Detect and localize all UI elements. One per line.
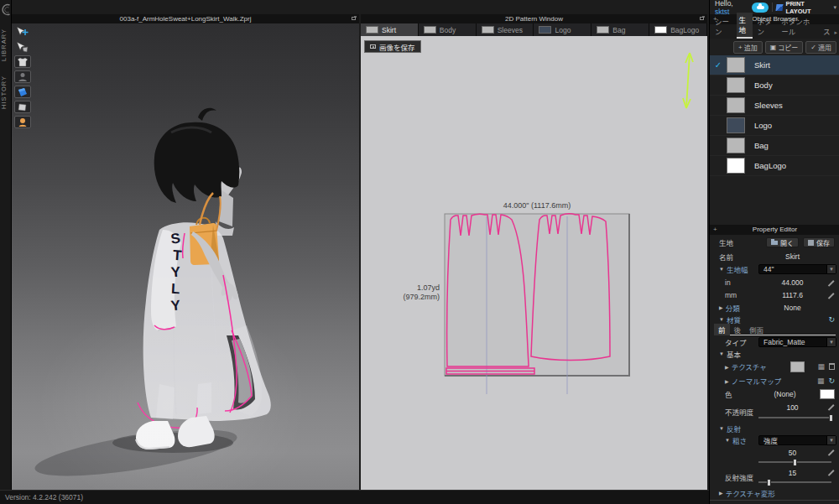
reflection-intensity-value[interactable]: 15	[758, 469, 826, 477]
show-avatar-skin-toggle[interactable]	[14, 116, 31, 128]
opacity-row: 不透明度 100	[710, 401, 839, 423]
tab-button[interactable]: ボタン	[754, 14, 777, 39]
gizmo-move-tool[interactable]	[14, 25, 31, 38]
roughness-mode-dropdown[interactable]: 強度▾	[758, 435, 836, 445]
collapsed-arrow-icon[interactable]: ▶	[725, 364, 729, 370]
plus-icon[interactable]: +	[713, 225, 717, 235]
basic-section-row: ▼基本	[710, 348, 839, 359]
list-item-body[interactable]: Body	[710, 75, 839, 96]
select-garment-tool[interactable]	[14, 40, 31, 53]
edit-pencil-icon[interactable]	[828, 449, 834, 455]
opacity-value[interactable]: 100	[758, 403, 826, 412]
texture-browse-icon[interactable]: ▦	[817, 362, 825, 371]
collapsed-arrow-icon[interactable]: ▶	[719, 490, 723, 496]
fabric-swatch	[727, 77, 745, 93]
material-tab-back[interactable]: 後	[730, 324, 746, 335]
undock-icon[interactable]	[352, 17, 356, 20]
expand-arrow-icon[interactable]: ▼	[725, 438, 730, 443]
width-mm-value[interactable]: 1117.6	[758, 291, 826, 299]
slider-handle[interactable]	[793, 459, 797, 466]
print-layout-button[interactable]: PRINT LAYOUT	[785, 0, 830, 15]
tab-scroll-right-icon[interactable]: ▸	[834, 29, 837, 39]
show-accessory-toggle[interactable]	[14, 101, 31, 113]
list-item-skirt[interactable]: ✓ Skirt	[710, 55, 839, 75]
tab-buttonhole[interactable]: ボタンホール	[779, 14, 819, 39]
show-garment-toggle[interactable]	[14, 55, 31, 68]
fabric-tab-logo[interactable]: Logo	[534, 23, 591, 36]
copy-fabric-button[interactable]: ▣コピー	[765, 41, 804, 54]
slider-handle[interactable]	[767, 479, 771, 486]
trash-icon[interactable]	[829, 363, 835, 370]
color-row: 色 (None)	[710, 387, 839, 401]
viewport-3d-canvas[interactable]: STYLY	[12, 23, 359, 490]
fabric-tab-bag[interactable]: Bag	[591, 23, 649, 36]
pattern-2d-window: 2D Pattern Window Skirt Body Sleeves Log…	[361, 14, 707, 490]
pattern-2d-titlebar[interactable]: 2D Pattern Window	[361, 14, 707, 23]
fabric-tab-body[interactable]: Body	[419, 23, 477, 36]
edit-pencil-icon[interactable]	[828, 470, 834, 475]
expand-arrow-icon[interactable]: ▼	[719, 267, 724, 272]
collapsed-arrow-icon[interactable]: ▶	[719, 304, 723, 310]
width-in-value[interactable]: 44.000	[758, 278, 826, 287]
show-fabric-toggle[interactable]	[14, 86, 31, 98]
separator	[710, 500, 839, 501]
roughness-value[interactable]: 50	[758, 449, 826, 457]
roughness-slider[interactable]	[758, 461, 831, 463]
tab-more[interactable]: ス	[821, 24, 833, 39]
list-item-sleeves[interactable]: Sleeves	[710, 96, 839, 116]
show-avatar-toggle[interactable]	[14, 70, 31, 83]
property-editor-header: + Property Editor	[710, 225, 839, 235]
expand-arrow-icon[interactable]: ▼	[719, 426, 724, 431]
cloud-sync-button[interactable]	[752, 3, 768, 13]
tab-fabric[interactable]: 生地	[737, 13, 753, 39]
tab-scene[interactable]: シーン	[712, 14, 735, 39]
chevron-down-icon[interactable]: ▾	[833, 4, 836, 11]
edit-pencil-icon[interactable]	[828, 293, 834, 299]
list-item-logo[interactable]: Logo	[710, 116, 839, 136]
save-image-button[interactable]: 画像を保存	[364, 40, 421, 53]
fabric-tab-sleeves[interactable]: Sleeves	[477, 23, 534, 36]
opacity-slider[interactable]	[758, 417, 831, 418]
open-fabric-button[interactable]: 開く	[766, 237, 799, 247]
add-fabric-button[interactable]: +追加	[733, 41, 763, 54]
cloud-icon	[757, 6, 764, 9]
fabric-tab-baglogo[interactable]: BagLogo	[649, 23, 707, 36]
color-swatch[interactable]	[820, 389, 835, 399]
floor-light	[12, 23, 359, 490]
width-in-row: in 44.000	[710, 276, 839, 288]
slider-handle[interactable]	[829, 414, 833, 422]
pattern-2d-title: 2D Pattern Window	[505, 15, 563, 23]
object-browser-tabs: シーン 生地 ボタン ボタンホール ス ▸	[710, 24, 839, 39]
category-value: None	[758, 304, 826, 312]
reflection-intensity-slider[interactable]	[758, 481, 831, 483]
divider	[772, 3, 773, 12]
material-type-dropdown[interactable]: Fabric_Matte▾	[758, 337, 836, 347]
pattern-2d-canvas[interactable]: 44.000" (1117.6mm) 1.07yd (979.2mm) 画像を保…	[361, 36, 707, 490]
material-tab-front[interactable]: 前	[714, 324, 730, 335]
undock-icon[interactable]	[700, 17, 704, 20]
expand-arrow-icon[interactable]: ▼	[719, 351, 724, 356]
color-value: (None)	[758, 390, 811, 398]
edit-pencil-icon[interactable]	[828, 404, 834, 410]
history-tab[interactable]: HISTORY	[0, 70, 12, 114]
texture-swatch[interactable]	[790, 361, 805, 372]
refresh-icon[interactable]: ↻	[828, 377, 835, 385]
fabric-tab-skirt[interactable]: Skirt	[361, 23, 419, 36]
save-fabric-button[interactable]: 保存	[803, 237, 835, 247]
normal-map-browse-icon[interactable]: ▦	[817, 377, 825, 385]
chevron-down-icon: ▾	[826, 338, 836, 346]
edit-pencil-icon[interactable]	[828, 280, 834, 286]
status-bar: Version: 4.2.242 (36071)	[0, 490, 709, 504]
apply-icon: ✓	[810, 44, 816, 51]
list-item-bag[interactable]: Bag	[710, 136, 839, 156]
fabric-width-dropdown[interactable]: 44"▾	[758, 264, 836, 274]
collapsed-arrow-icon[interactable]: ▶	[725, 378, 729, 384]
viewport-3d-titlebar[interactable]: 003a-f_ArmHoleSweat+LongSkirt_Walk.Zprj	[12, 14, 359, 23]
library-tab[interactable]: LIBRARY	[0, 23, 12, 67]
expand-arrow-icon[interactable]: ▼	[719, 317, 724, 322]
apply-fabric-button[interactable]: ✓適用	[805, 41, 836, 54]
fabric-swatch	[727, 97, 745, 113]
material-tab-side[interactable]: 側面	[745, 324, 768, 335]
refresh-icon[interactable]: ↻	[828, 315, 835, 324]
list-item-baglogo[interactable]: BagLogo	[710, 156, 839, 176]
